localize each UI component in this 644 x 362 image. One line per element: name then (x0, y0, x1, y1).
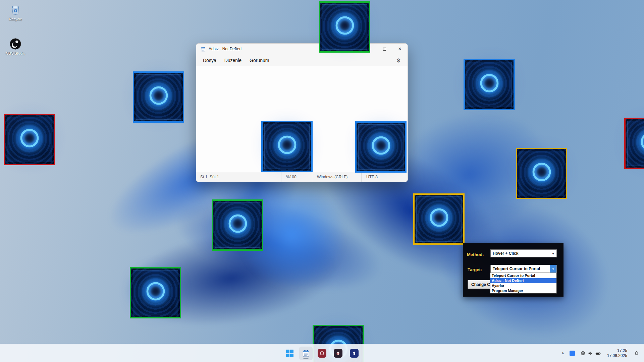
notepad-menubar-items: DosyaDüzenleGörünüm (200, 56, 272, 65)
portal-4[interactable] (464, 59, 515, 110)
recycle-bin-icon: ♻ (9, 3, 22, 16)
portal-ring-icon (372, 136, 390, 155)
desktop-icon-label: Recycle (9, 17, 22, 21)
target-dropdown-value: Teleport Cursor to Portal (493, 266, 540, 271)
method-dropdown[interactable]: Hover + Click ▾ (490, 249, 557, 257)
status-encoding: UTF-8 (361, 172, 408, 182)
portal-ring-icon (228, 215, 247, 233)
red-app-icon (318, 349, 326, 358)
target-dropdown[interactable]: Teleport Cursor to Portal ▾ (490, 265, 557, 273)
taskbar: ∧ 17:25 17.09.2025 (0, 344, 644, 362)
portal-ring-icon (480, 74, 498, 93)
portal-ring-icon (641, 133, 644, 151)
taskbar-red-app-button[interactable] (315, 347, 329, 360)
status-line-ending: Windows (CRLF) (312, 172, 361, 182)
status-zoom-level: %100 (281, 172, 312, 182)
menu-edit[interactable]: Düzenle (221, 56, 245, 65)
tray-overflow-chevron-icon[interactable]: ∧ (559, 350, 566, 357)
portal-10[interactable] (413, 193, 465, 245)
close-button[interactable] (392, 44, 408, 54)
notepad-menubar: DosyaDüzenleGörünüm (196, 54, 408, 66)
volume-speaker-icon (588, 351, 593, 356)
portal-2[interactable] (133, 71, 184, 123)
maximize-button[interactable] (377, 44, 392, 54)
battery-icon (595, 351, 601, 356)
target-dropdown-list: Teleport Cursor to PortalAdsız - Not Def… (490, 273, 557, 294)
taskbar-blue-arrow-app-button[interactable] (347, 347, 361, 360)
windows-logo-icon (286, 350, 293, 357)
portal-ring-icon (532, 163, 551, 181)
portal-7[interactable] (516, 148, 567, 199)
menu-view[interactable]: Görünüm (246, 56, 272, 65)
notepad-icon (302, 349, 310, 358)
target-label: Target: (468, 267, 482, 272)
notepad-icon (200, 46, 206, 52)
taskbar-notepad-button[interactable] (299, 347, 313, 360)
portal-1[interactable] (319, 1, 370, 53)
portal-8[interactable] (624, 118, 644, 169)
portal-5[interactable] (261, 121, 313, 172)
portal-ring-icon (20, 129, 39, 147)
portal-11[interactable] (130, 267, 181, 318)
menu-file[interactable]: Dosya (200, 56, 220, 65)
desktop-icon-obs-studio[interactable]: OBS Studio (3, 38, 28, 55)
taskbar-app-group (283, 347, 361, 360)
clock-time: 17:25 (607, 348, 627, 353)
portal-ring-icon (146, 282, 165, 301)
dropdown-option-3[interactable]: Ayarlar (490, 283, 556, 288)
desktop-icon-label: OBS Studio (6, 51, 25, 55)
portal-ring-icon (278, 136, 296, 154)
chevron-down-icon: ▾ (550, 250, 556, 257)
dropdown-option-2[interactable]: Adsız - Not Defteri (490, 278, 556, 283)
clock-date: 17.09.2025 (607, 353, 627, 358)
desktop-icon-recycle-bin[interactable]: ♻ Recycle (3, 3, 28, 21)
notification-bell-icon[interactable] (631, 349, 642, 357)
system-tray: ∧ 17:25 17.09.2025 (559, 344, 642, 362)
close-icon (398, 46, 401, 52)
method-label: Method: (467, 252, 484, 257)
tray-blue-app-icon[interactable] (568, 349, 577, 357)
dropdown-option-4[interactable]: Program Manager (490, 288, 556, 293)
taskbar-dark-arrow-app-button[interactable] (331, 347, 345, 360)
up-arrow-app-icon (350, 349, 359, 358)
portal-ring-icon (430, 208, 448, 227)
maximize-icon (383, 48, 386, 51)
up-arrow-app-icon (334, 349, 342, 358)
dropdown-option-1[interactable]: Teleport Cursor to Portal (490, 273, 556, 278)
tray-status-group[interactable] (578, 349, 603, 357)
portal-control-panel: Method: Hover + Click ▾ Target: Teleport… (463, 243, 564, 297)
status-cursor-position: St 1, Süt 1 (196, 172, 281, 182)
portal-ring-icon (335, 16, 354, 35)
taskbar-clock[interactable]: 17:25 17.09.2025 (604, 348, 630, 359)
notepad-statusbar: St 1, Süt 1 %100 Windows (CRLF) UTF-8 (196, 172, 408, 182)
window-title: Adsız - Not Defteri (209, 47, 241, 51)
notepad-titlebar[interactable]: Adsız - Not Defteri (196, 44, 408, 54)
portal-9[interactable] (212, 199, 263, 251)
svg-text:♻: ♻ (13, 8, 18, 13)
chevron-down-icon: ▾ (550, 265, 556, 273)
portal-6[interactable] (355, 121, 407, 173)
method-dropdown-value: Hover + Click (493, 251, 518, 256)
obs-studio-icon (9, 38, 22, 50)
network-globe-icon (580, 351, 586, 356)
start-button[interactable] (283, 347, 297, 360)
portal-ring-icon (149, 86, 168, 105)
portal-3[interactable] (4, 114, 55, 165)
settings-gear-icon[interactable] (393, 56, 404, 65)
